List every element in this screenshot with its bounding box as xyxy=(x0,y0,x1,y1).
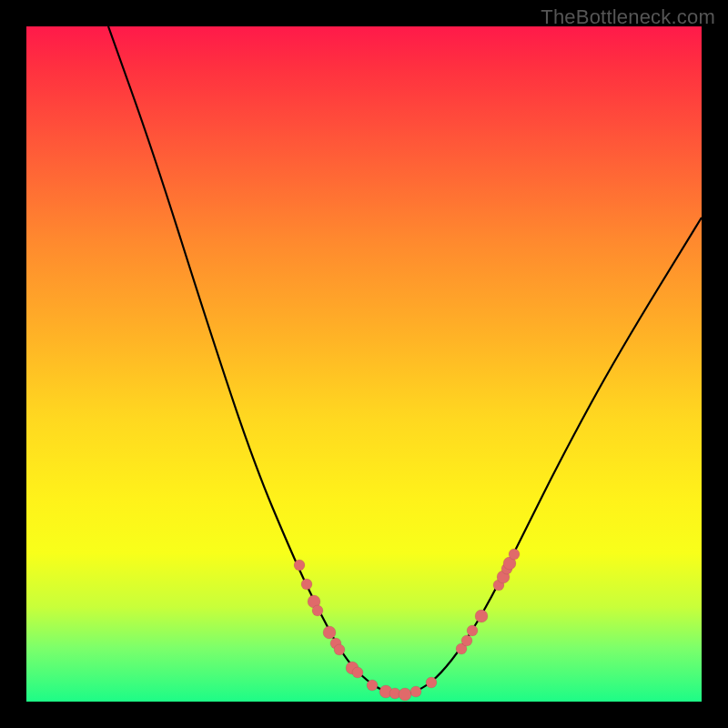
watermark-text: TheBottleneck.com xyxy=(541,5,715,29)
data-dot xyxy=(367,680,378,691)
data-dot xyxy=(467,625,478,636)
data-dot xyxy=(301,579,312,590)
data-dot xyxy=(399,688,411,701)
data-dot xyxy=(294,560,305,571)
data-dot xyxy=(410,686,421,697)
data-dot xyxy=(312,605,323,616)
bottleneck-curve xyxy=(108,26,702,694)
data-dot xyxy=(352,667,363,678)
chart-svg xyxy=(26,26,702,702)
data-dot xyxy=(461,635,472,646)
chart-frame xyxy=(26,26,702,702)
data-dot xyxy=(509,549,520,560)
data-dot xyxy=(334,644,345,655)
data-dots xyxy=(294,549,520,701)
data-dot xyxy=(475,610,488,622)
data-dot xyxy=(323,626,336,639)
data-dot xyxy=(426,677,437,688)
